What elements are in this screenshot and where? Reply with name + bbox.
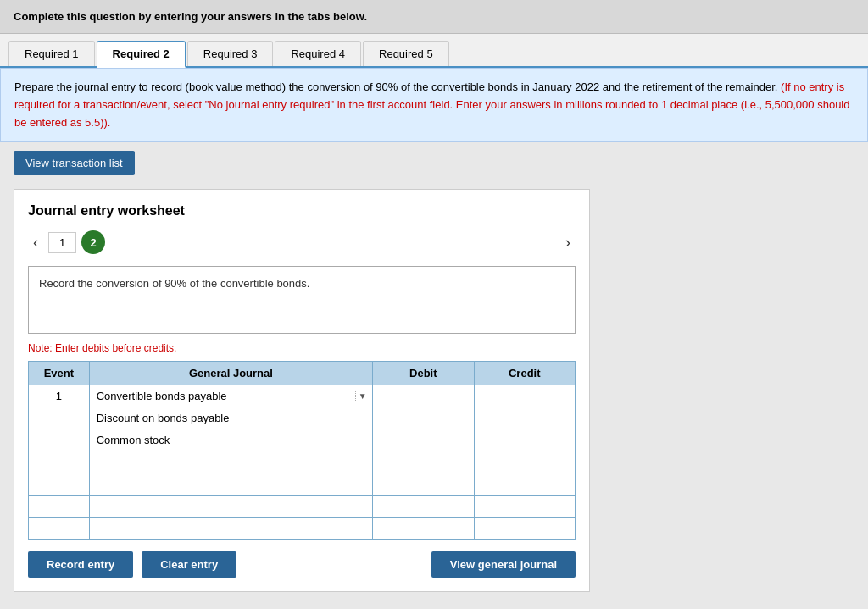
- debit-cell[interactable]: [373, 518, 474, 540]
- event-cell: [29, 496, 90, 518]
- gj-input[interactable]: [93, 496, 369, 517]
- table-row: [29, 518, 576, 540]
- debit-input[interactable]: [373, 518, 473, 539]
- event-cell: 1: [29, 385, 90, 407]
- debit-cell[interactable]: [373, 407, 474, 429]
- credit-cell[interactable]: [474, 429, 575, 451]
- gj-input[interactable]: [93, 430, 369, 451]
- tab-required1[interactable]: Required 1: [8, 41, 95, 66]
- general-journal-cell[interactable]: ▼: [89, 385, 372, 407]
- page-2-indicator[interactable]: 2: [81, 230, 105, 254]
- credit-input[interactable]: [475, 386, 575, 407]
- debit-cell[interactable]: [373, 473, 474, 496]
- clear-entry-button[interactable]: Clear entry: [142, 551, 236, 578]
- debit-cell[interactable]: [373, 385, 474, 407]
- credit-cell[interactable]: [474, 451, 575, 473]
- event-cell: [29, 473, 90, 496]
- instruction-text: Complete this question by entering your …: [14, 10, 367, 23]
- credit-cell[interactable]: [474, 496, 575, 518]
- debit-input[interactable]: [373, 496, 473, 517]
- col-header-credit: Credit: [474, 362, 575, 385]
- table-row: 1▼: [29, 385, 576, 407]
- gj-input[interactable]: [93, 386, 355, 407]
- credit-input[interactable]: [475, 430, 575, 451]
- instruction-bar: Complete this question by entering your …: [0, 0, 868, 34]
- table-row: [29, 451, 576, 473]
- credit-input[interactable]: [475, 496, 575, 517]
- general-journal-cell[interactable]: [89, 429, 372, 451]
- credit-cell[interactable]: [474, 518, 575, 540]
- debit-cell[interactable]: [373, 429, 474, 451]
- general-journal-cell[interactable]: [89, 407, 372, 429]
- gj-input[interactable]: [93, 408, 369, 429]
- credit-input[interactable]: [475, 474, 575, 495]
- info-main-text: Prepare the journal entry to record (boo…: [14, 80, 777, 93]
- debit-input[interactable]: [373, 474, 473, 495]
- table-row: [29, 407, 576, 429]
- event-cell: [29, 407, 90, 429]
- view-transaction-button[interactable]: View transaction list: [14, 151, 135, 175]
- general-journal-cell[interactable]: [89, 451, 372, 473]
- tab-required2[interactable]: Required 2: [97, 41, 186, 68]
- credit-input[interactable]: [475, 518, 575, 539]
- col-header-event: Event: [29, 362, 90, 385]
- worksheet-container: Journal entry worksheet ‹ 1 2 › Record t…: [14, 189, 590, 592]
- tab-required5[interactable]: Required 5: [363, 41, 449, 66]
- debit-input[interactable]: [373, 386, 473, 407]
- debit-input[interactable]: [373, 430, 473, 451]
- info-box: Prepare the journal entry to record (boo…: [0, 68, 868, 142]
- table-row: [29, 496, 576, 518]
- next-page-button[interactable]: ›: [560, 232, 576, 253]
- view-general-journal-button[interactable]: View general journal: [431, 551, 576, 578]
- credit-input[interactable]: [475, 408, 575, 429]
- tab-required4[interactable]: Required 4: [275, 41, 361, 66]
- gj-input[interactable]: [93, 452, 369, 473]
- general-journal-cell[interactable]: [89, 473, 372, 496]
- debit-input[interactable]: [373, 452, 473, 473]
- event-cell: [29, 451, 90, 473]
- event-cell: [29, 429, 90, 451]
- credit-cell[interactable]: [474, 473, 575, 496]
- description-text: Record the conversion of 90% of the conv…: [39, 277, 309, 290]
- event-cell: [29, 518, 90, 540]
- table-row: [29, 429, 576, 451]
- record-entry-button[interactable]: Record entry: [28, 551, 133, 578]
- table-row: [29, 473, 576, 496]
- gj-input[interactable]: [93, 518, 369, 539]
- general-journal-cell[interactable]: [89, 518, 372, 540]
- credit-cell[interactable]: [474, 385, 575, 407]
- dropdown-arrow-icon[interactable]: ▼: [355, 391, 369, 401]
- bottom-buttons: Record entry Clear entry View general jo…: [28, 551, 576, 578]
- debit-cell[interactable]: [373, 451, 474, 473]
- nav-row: ‹ 1 2 ›: [28, 230, 576, 254]
- worksheet-title: Journal entry worksheet: [28, 203, 576, 219]
- note-text: Note: Enter debits before credits.: [28, 342, 576, 354]
- col-header-gj: General Journal: [89, 362, 372, 385]
- description-box: Record the conversion of 90% of the conv…: [28, 266, 576, 334]
- journal-table: Event General Journal Debit Credit 1▼: [28, 361, 576, 540]
- gj-input[interactable]: [93, 474, 369, 495]
- tabs-bar: Required 1 Required 2 Required 3 Require…: [0, 34, 868, 68]
- credit-input[interactable]: [475, 452, 575, 473]
- debit-cell[interactable]: [373, 496, 474, 518]
- prev-page-button[interactable]: ‹: [28, 232, 43, 253]
- general-journal-cell[interactable]: [89, 496, 372, 518]
- col-header-debit: Debit: [373, 362, 474, 385]
- page-1-indicator[interactable]: 1: [48, 232, 76, 253]
- debit-input[interactable]: [373, 408, 473, 429]
- tab-required3[interactable]: Required 3: [187, 41, 274, 66]
- credit-cell[interactable]: [474, 407, 575, 429]
